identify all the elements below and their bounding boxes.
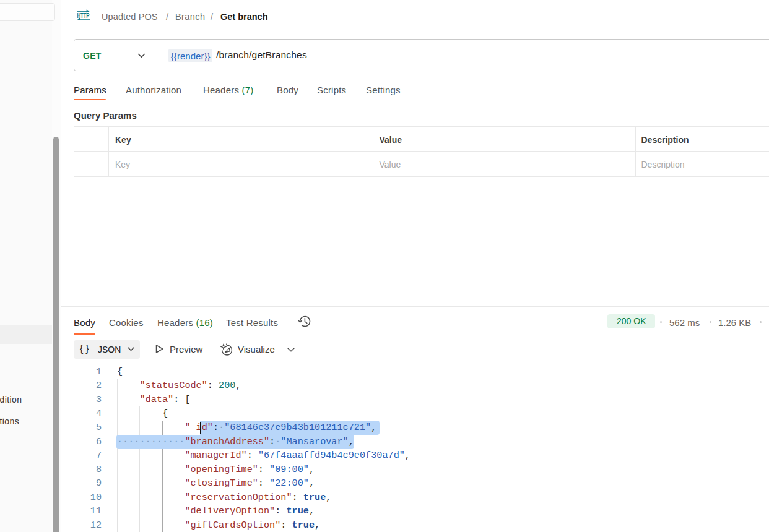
svg-text:HTTP: HTTP <box>77 11 90 19</box>
